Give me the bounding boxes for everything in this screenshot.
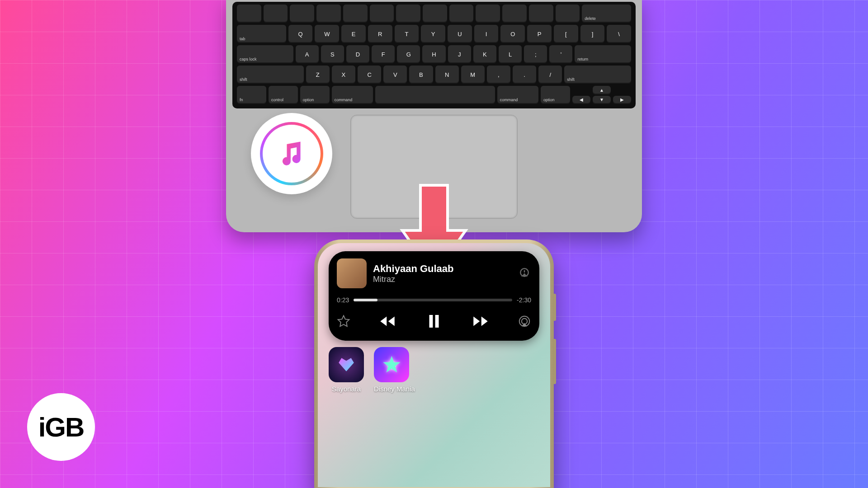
key-y: Y — [421, 25, 445, 43]
album-art — [337, 258, 367, 288]
shift-key-right: shift — [564, 66, 631, 84]
arrow-up-key: ▲ — [593, 86, 611, 94]
key-comma: , — [487, 66, 510, 84]
key-z: Z — [306, 66, 330, 84]
key — [370, 5, 394, 23]
key — [476, 5, 500, 23]
app-icon — [374, 347, 409, 382]
return-key: return — [575, 45, 631, 63]
control-key: control — [269, 86, 298, 104]
iphone-device: Akhiyaan Gulaab Mitraz 0:23 -2:30 — [314, 239, 554, 488]
app-label: Disney Mania — [374, 385, 415, 393]
shift-key-left: shift — [237, 66, 304, 84]
arrow-keys: ◀ ▲▼ ▶ — [572, 86, 631, 104]
key-a: A — [296, 45, 319, 63]
delete-key: delete — [582, 5, 631, 23]
arrow-down-key: ▼ — [593, 96, 611, 104]
key-g: G — [397, 45, 420, 63]
apps-row: Sayonara Disney Mania — [329, 347, 539, 393]
key-l: L — [499, 45, 522, 63]
fn-key: fn — [237, 86, 266, 104]
key — [343, 5, 368, 23]
favorite-button[interactable] — [337, 314, 350, 328]
key — [264, 5, 288, 23]
elapsed-time: 0:23 — [337, 296, 349, 304]
app-label: Sayonara — [329, 385, 364, 393]
remaining-time: -2:30 — [517, 296, 531, 304]
key-n: N — [435, 66, 459, 84]
phone-screen: Akhiyaan Gulaab Mitraz 0:23 -2:30 — [318, 243, 550, 487]
key-bracket-l: [ — [554, 25, 578, 43]
tab-key: tab — [237, 25, 286, 43]
forward-button[interactable] — [471, 312, 490, 331]
music-note-icon — [276, 138, 307, 169]
key — [449, 5, 474, 23]
key-x: X — [332, 66, 355, 84]
now-playing-widget[interactable]: Akhiyaan Gulaab Mitraz 0:23 -2:30 — [329, 251, 539, 341]
key-f: F — [372, 45, 395, 63]
option-key-right: option — [541, 86, 570, 104]
key — [290, 5, 314, 23]
logo-text: iGB — [38, 412, 84, 443]
key-c: C — [358, 66, 381, 84]
key-bracket-r: ] — [580, 25, 605, 43]
track-title: Akhiyaan Gulaab — [373, 263, 511, 275]
igb-logo: iGB — [27, 393, 95, 461]
key — [423, 5, 447, 23]
airplay-button[interactable] — [518, 314, 531, 328]
space-key — [375, 86, 495, 104]
key-backslash: \ — [607, 25, 631, 43]
key — [556, 5, 580, 23]
key — [502, 5, 527, 23]
key-e: E — [341, 25, 366, 43]
arrow-left-key: ◀ — [572, 96, 590, 104]
app-disney-mania[interactable]: Disney Mania — [374, 347, 415, 393]
app-icon — [329, 347, 364, 382]
key-b: B — [409, 66, 433, 84]
key-h: H — [422, 45, 445, 63]
key-k: K — [473, 45, 496, 63]
key — [529, 5, 553, 23]
key-u: U — [448, 25, 472, 43]
key-q: Q — [288, 25, 313, 43]
svg-rect-2 — [429, 315, 433, 328]
key — [316, 5, 341, 23]
itunes-icon — [251, 113, 332, 194]
command-key-right: command — [497, 86, 538, 104]
key-p: P — [527, 25, 552, 43]
key-t: T — [395, 25, 419, 43]
key-quote: ' — [549, 45, 572, 63]
key-w: W — [315, 25, 339, 43]
track-artist: Mitraz — [373, 275, 511, 284]
key-d: D — [346, 45, 369, 63]
key-o: O — [500, 25, 525, 43]
key-semicolon: ; — [524, 45, 547, 63]
key-slash: / — [538, 66, 562, 84]
command-key-left: command — [332, 86, 373, 104]
arrow-right-key: ▶ — [613, 96, 631, 104]
key-i: I — [474, 25, 499, 43]
key-j: J — [448, 45, 471, 63]
pause-button[interactable] — [425, 312, 443, 331]
svg-rect-3 — [435, 315, 439, 328]
key-s: S — [321, 45, 344, 63]
rewind-button[interactable] — [378, 312, 397, 331]
app-sayonara[interactable]: Sayonara — [329, 347, 364, 393]
phone-side-button — [554, 294, 556, 321]
key-v: V — [383, 66, 407, 84]
key — [237, 5, 261, 23]
key — [396, 5, 420, 23]
key-m: M — [461, 66, 485, 84]
option-key-left: option — [300, 86, 330, 104]
key-r: R — [368, 25, 392, 43]
keyboard: delete tab Q W E R T Y U I O P [ ] \ cap… — [232, 2, 636, 108]
key-period: . — [513, 66, 536, 84]
phone-side-button — [554, 339, 556, 384]
capslock-key: caps lock — [237, 45, 293, 63]
airplay-warning-icon[interactable] — [518, 266, 531, 281]
progress-bar[interactable] — [354, 299, 512, 301]
